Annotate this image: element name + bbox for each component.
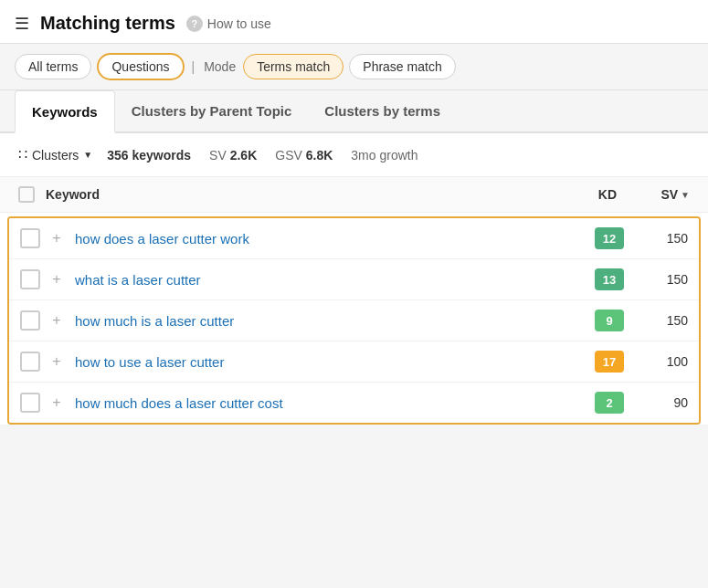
- highlighted-rows-group: + how does a laser cutter work 12 150 + …: [7, 216, 701, 425]
- th-sv[interactable]: SV ▼: [617, 187, 690, 202]
- kd-badge-5: 2: [595, 392, 624, 414]
- filter-bar: All terms Questions | Mode Terms match P…: [0, 44, 708, 90]
- tab-clusters-terms[interactable]: Clusters by terms: [308, 90, 457, 133]
- stats-bar: ∷ Clusters ▼ 356 keywords SV 2.6K GSV 6.…: [0, 133, 708, 177]
- tab-keywords[interactable]: Keywords: [15, 90, 115, 133]
- row-keyword-1[interactable]: how does a laser cutter work: [75, 231, 595, 247]
- row-sv-2: 150: [651, 272, 688, 287]
- clusters-label: Clusters: [32, 148, 79, 163]
- table-row: + how much is a laser cutter 9 150: [9, 300, 699, 341]
- row-keyword-2[interactable]: what is a laser cutter: [75, 272, 595, 288]
- clusters-chevron-icon: ▼: [83, 150, 92, 160]
- keywords-count: 356 keywords: [107, 148, 191, 163]
- row-checkbox-1[interactable]: [20, 228, 40, 248]
- kd-badge-1: 12: [595, 227, 624, 249]
- row-sv-5: 90: [651, 395, 688, 410]
- table-row: + how does a laser cutter work 12 150: [9, 218, 699, 259]
- kd-badge-3: 9: [595, 310, 624, 331]
- row-checkbox-3[interactable]: [20, 310, 40, 331]
- row-add-icon-3[interactable]: +: [48, 311, 66, 330]
- row-sv-1: 150: [651, 231, 688, 246]
- growth-stat: 3mo growth: [347, 148, 417, 163]
- row-keyword-5[interactable]: how much does a laser cutter cost: [75, 395, 595, 411]
- help-button[interactable]: ? How to use: [186, 16, 271, 32]
- row-sv-3: 150: [651, 313, 688, 328]
- row-keyword-4[interactable]: how to use a laser cutter: [75, 354, 595, 370]
- row-add-icon-5[interactable]: +: [48, 394, 66, 412]
- row-sv-4: 100: [651, 354, 688, 369]
- gsv-stat: GSV 6.8K: [271, 148, 333, 163]
- clusters-icon: ∷: [18, 146, 27, 163]
- kd-badge-4: 17: [595, 351, 624, 373]
- filter-phrase-match[interactable]: Phrase match: [349, 54, 455, 79]
- row-keyword-3[interactable]: how much is a laser cutter: [75, 313, 595, 329]
- th-kd: KD: [553, 187, 617, 202]
- hamburger-icon[interactable]: ☰: [15, 14, 29, 34]
- header-checkbox-col: [18, 186, 46, 203]
- mode-label: Mode: [202, 59, 238, 74]
- filter-separator: |: [190, 59, 197, 74]
- table-row: + how to use a laser cutter 17 100: [9, 341, 699, 383]
- row-checkbox-4[interactable]: [20, 352, 40, 372]
- filter-all-terms[interactable]: All terms: [15, 54, 91, 79]
- row-add-icon-4[interactable]: +: [48, 352, 66, 371]
- sv-sort-icon: ▼: [681, 190, 690, 200]
- filter-questions[interactable]: Questions: [97, 53, 184, 80]
- filter-terms-match[interactable]: Terms match: [243, 54, 343, 79]
- kd-badge-2: 13: [595, 268, 624, 290]
- help-label: How to use: [207, 16, 271, 31]
- help-circle-icon: ?: [186, 16, 203, 32]
- clusters-button[interactable]: ∷ Clusters ▼: [18, 146, 92, 163]
- content-area: ∷ Clusters ▼ 356 keywords SV 2.6K GSV 6.…: [0, 133, 708, 425]
- table-row: + what is a laser cutter 13 150: [9, 259, 699, 300]
- row-add-icon-2[interactable]: +: [48, 270, 66, 289]
- th-keyword: Keyword: [46, 187, 553, 202]
- sv-stat: SV 2.6K: [206, 148, 257, 163]
- header: ☰ Matching terms ? How to use: [0, 0, 708, 44]
- tab-clusters-parent[interactable]: Clusters by Parent Topic: [115, 90, 309, 133]
- tabs-bar: Keywords Clusters by Parent Topic Cluste…: [0, 90, 708, 133]
- select-all-checkbox[interactable]: [18, 186, 35, 203]
- table-header: Keyword KD SV ▼: [0, 177, 708, 213]
- row-add-icon-1[interactable]: +: [48, 229, 66, 247]
- page-title: Matching terms: [40, 13, 175, 34]
- table-row: + how much does a laser cutter cost 2 90: [9, 383, 699, 423]
- row-checkbox-5[interactable]: [20, 393, 40, 413]
- row-checkbox-2[interactable]: [20, 269, 40, 289]
